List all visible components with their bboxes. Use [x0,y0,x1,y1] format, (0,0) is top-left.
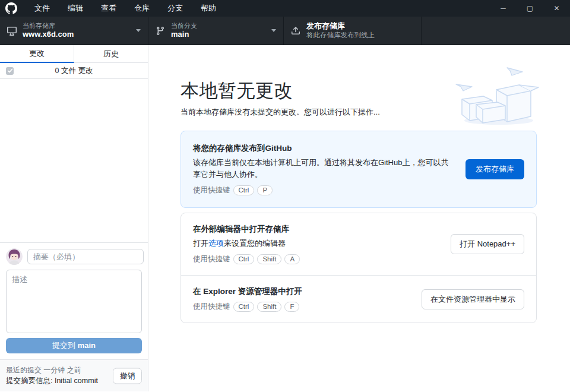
key-f: F [284,302,299,312]
files-changed-summary: 0 文件 更改 [0,66,148,76]
options-link[interactable]: 选项 [208,239,224,248]
toolbar: 当前存储库 www.x6d.com 当前分支 main 发布存储库 将此存储库发… [0,17,570,45]
commit-description-input[interactable] [6,270,142,333]
menu-repository[interactable]: 仓库 [125,0,159,17]
window-controls: ─ ▢ ✕ [490,0,570,17]
chevron-down-icon [271,29,276,32]
publish-repository-button[interactable]: 发布存储库 [466,159,524,179]
menu-view[interactable]: 查看 [92,0,125,17]
sidebar-tabs: 更改 历史 [0,45,148,63]
commit-button-branch: main [78,341,96,350]
git-branch-icon [156,26,165,36]
shortcut-label: 使用快捷键 [193,302,230,312]
minimize-icon[interactable]: ─ [490,0,517,17]
user-avatar [6,248,23,265]
empty-state-illustration [450,63,539,128]
changes-list-empty-area [0,79,148,242]
key-p: P [257,185,273,195]
publish-repo-subtitle: 将此存储库发布到线上 [306,31,375,39]
changed-files-row: 0 文件 更改 [0,63,148,79]
sidebar: 更改 历史 0 文件 更改 [0,45,148,391]
current-repository-selector[interactable]: 当前存储库 www.x6d.com [0,17,148,45]
key-ctrl: Ctrl [233,302,255,312]
commit-to-branch-button[interactable]: 提交到 main [6,338,142,353]
key-shift: Shift [257,254,281,264]
show-in-explorer-button[interactable]: 在文件资源管理器中显示 [422,289,524,309]
publish-repo-title: 发布存储库 [306,21,375,31]
key-a: A [284,254,300,264]
monitor-icon [7,26,17,36]
github-logo-icon [5,2,17,14]
open-explorer-title: 在 Explorer 资源管理器中打开 [193,286,412,297]
menu-branch[interactable]: 分支 [159,0,192,17]
chevron-down-icon [136,29,141,32]
recent-commit-footer: 最近的提交 一分钟 之前 提交摘要信息: Initial commit 撤销 [0,359,148,391]
current-branch-label: 当前分支 [171,22,197,30]
key-shift: Shift [257,302,281,312]
commit-button-label: 提交到 [52,341,78,350]
open-in-editor-row: 在外部编辑器中打开存储库 打开选项来设置您的编辑器 使用快捷键 Ctrl Shi… [181,213,536,275]
current-repo-label: 当前存储库 [23,22,74,30]
open-editor-title: 在外部编辑器中打开存储库 [193,224,441,235]
key-ctrl: Ctrl [233,254,255,264]
open-editor-body-post: 来设置您的编辑器 [224,239,286,248]
undo-commit-button[interactable]: 撤销 [113,368,142,384]
commit-summary-input[interactable] [27,249,144,264]
commit-form: 提交到 main [0,242,148,359]
maximize-icon[interactable]: ▢ [517,0,543,17]
shortcut-label: 使用快捷键 [193,254,230,264]
key-ctrl: Ctrl [233,185,255,195]
main-content: 本地暂无更改 当前本地存储库没有未提交的更改。您可以进行以下操作... 将您的存… [148,45,570,391]
open-editor-body-pre: 打开 [193,239,208,248]
menu-help[interactable]: 帮助 [192,0,225,17]
tab-changes[interactable]: 更改 [0,45,74,63]
upload-icon [291,26,300,36]
open-notepad-button[interactable]: 打开 Notepad++ [451,234,524,254]
publish-card-body: 该存储库当前仅在本地计算机上可用。通过将其发布在GitHub上，您可以共享它并与… [193,157,456,181]
menu-edit[interactable]: 编辑 [59,0,92,17]
close-icon[interactable]: ✕ [543,0,570,17]
publish-to-github-card: 将您的存储库发布到GitHub 该存储库当前仅在本地计算机上可用。通过将其发布在… [180,131,537,208]
menu-file[interactable]: 文件 [26,0,59,17]
open-in-explorer-row: 在 Explorer 资源管理器中打开 使用快捷键 Ctrl Shift F 在… [181,275,536,323]
shortcut-label: 使用快捷键 [193,185,230,195]
current-repo-name: www.x6d.com [23,30,74,39]
tab-history[interactable]: 历史 [74,45,148,63]
publish-card-title: 将您的存储库发布到GitHub [193,143,456,154]
titlebar: 文件 编辑 查看 仓库 分支 帮助 ─ ▢ ✕ [0,0,570,17]
current-branch-selector[interactable]: 当前分支 main [148,17,284,45]
menu-bar: 文件 编辑 查看 仓库 分支 帮助 [26,0,225,17]
publish-repository-toolbar-button[interactable]: 发布存储库 将此存储库发布到线上 [284,17,422,45]
current-branch-name: main [171,30,197,39]
secondary-actions-card: 在外部编辑器中打开存储库 打开选项来设置您的编辑器 使用快捷键 Ctrl Shi… [180,213,537,323]
